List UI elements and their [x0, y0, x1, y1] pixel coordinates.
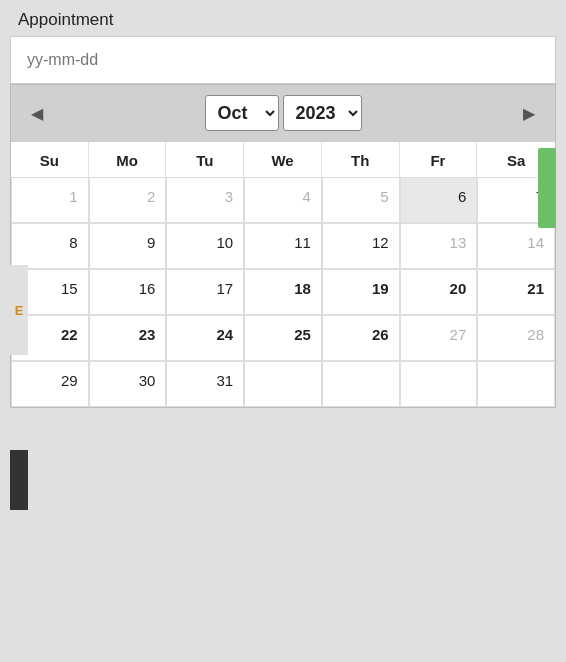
calendar-container: ◀ JanFebMarAprMayJunJulAugSepOctNovDec 2… — [10, 84, 556, 408]
calendar-day — [400, 361, 478, 407]
month-select[interactable]: JanFebMarAprMayJunJulAugSepOctNovDec — [205, 95, 279, 131]
year-select[interactable]: 202020212022202320242025 — [283, 95, 362, 131]
calendar-day — [244, 361, 322, 407]
calendar-day[interactable]: 13 — [400, 223, 478, 269]
calendar-day[interactable]: 20 — [400, 269, 478, 315]
prev-month-button[interactable]: ◀ — [23, 100, 51, 127]
calendar-day[interactable]: 16 — [89, 269, 167, 315]
next-month-button[interactable]: ▶ — [515, 100, 543, 127]
calendar-day[interactable]: 26 — [322, 315, 400, 361]
day-header: Th — [322, 142, 400, 177]
calendar-day[interactable]: 24 — [166, 315, 244, 361]
orange-accent: E — [10, 265, 28, 355]
day-header: Su — [11, 142, 89, 177]
calendar-day[interactable]: 6 — [400, 177, 478, 223]
day-headers: SuMoTuWeThFrSa — [11, 141, 555, 177]
calendar-day[interactable]: 8 — [11, 223, 89, 269]
calendar-day[interactable]: 3 — [166, 177, 244, 223]
date-input[interactable] — [11, 37, 555, 83]
date-input-container — [10, 36, 556, 84]
calendar-day[interactable]: 21 — [477, 269, 555, 315]
month-year-selects: JanFebMarAprMayJunJulAugSepOctNovDec 202… — [205, 95, 362, 131]
calendar-day[interactable]: 19 — [322, 269, 400, 315]
calendar-day[interactable]: 29 — [11, 361, 89, 407]
calendar-day[interactable]: 11 — [244, 223, 322, 269]
page-title: Appointment — [18, 10, 113, 29]
page-wrapper: Appointment ◀ JanFebMarAprMayJunJulAugSe… — [0, 0, 566, 662]
calendar-day[interactable]: 14 — [477, 223, 555, 269]
calendar-day[interactable]: 5 — [322, 177, 400, 223]
calendar-day[interactable]: 9 — [89, 223, 167, 269]
calendar-day — [322, 361, 400, 407]
green-accent — [538, 148, 556, 228]
calendar-day[interactable]: 12 — [322, 223, 400, 269]
calendar-day[interactable]: 28 — [477, 315, 555, 361]
calendar-day — [477, 361, 555, 407]
calendar-day[interactable]: 25 — [244, 315, 322, 361]
day-header: Mo — [89, 142, 167, 177]
appointment-label: Appointment — [0, 0, 566, 36]
calendar-day[interactable]: 30 — [89, 361, 167, 407]
calendar-day[interactable]: 4 — [244, 177, 322, 223]
day-header: Tu — [166, 142, 244, 177]
calendar-day[interactable]: 10 — [166, 223, 244, 269]
calendar-day[interactable]: 2 — [89, 177, 167, 223]
calendar-day[interactable]: 23 — [89, 315, 167, 361]
calendar-header: ◀ JanFebMarAprMayJunJulAugSepOctNovDec 2… — [11, 85, 555, 141]
black-accent — [10, 450, 28, 510]
day-header: We — [244, 142, 322, 177]
calendar-day[interactable]: 31 — [166, 361, 244, 407]
calendar-day[interactable]: 17 — [166, 269, 244, 315]
calendar-day[interactable]: 1 — [11, 177, 89, 223]
calendar-day[interactable]: 27 — [400, 315, 478, 361]
calendar-grid: 1234567891011121314151617181920212223242… — [11, 177, 555, 407]
calendar-day[interactable]: 18 — [244, 269, 322, 315]
day-header: Fr — [400, 142, 478, 177]
